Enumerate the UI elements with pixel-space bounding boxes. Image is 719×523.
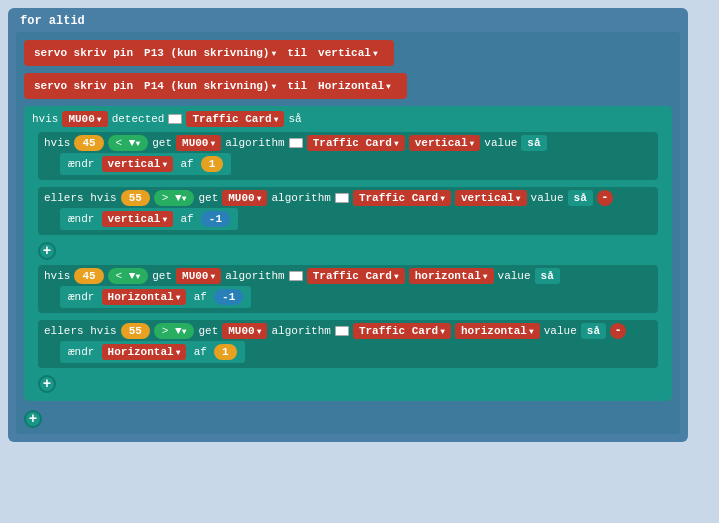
ellers-hvis2-sa: så	[581, 323, 606, 339]
ellers-hvis2-value: value	[544, 325, 577, 337]
aendr4-row: ændr Horizontal af 1	[60, 339, 652, 365]
if1-op[interactable]: < ▼	[108, 135, 149, 151]
aendr2-block: ændr vertical af -1	[60, 208, 238, 230]
if2-card-dropdown[interactable]: Traffic Card	[307, 268, 405, 284]
if-block2-outer: hvis 45 < ▼ get MU00 algorithm Traffic C…	[38, 265, 658, 313]
add-btn-2[interactable]: +	[38, 375, 56, 393]
ellers-hvis2-card[interactable]: Traffic Card	[353, 323, 451, 339]
hvis1-content: hvis 45 < ▼ get MU00 algorithm Traffic C…	[32, 127, 664, 396]
ellers-hvis2-get: get	[198, 325, 218, 337]
if1-card-dropdown[interactable]: Traffic Card	[307, 135, 405, 151]
aendr3-row: ændr Horizontal af -1	[60, 284, 652, 310]
hvis1-mu-dropdown[interactable]: MU00	[62, 111, 107, 127]
workspace: for altid servo skriv pin P13 (kun skriv…	[0, 0, 719, 450]
if2-value: value	[498, 270, 531, 282]
aendr2-axis-dropdown[interactable]: vertical	[102, 211, 174, 227]
add-btn-outer[interactable]: +	[24, 410, 42, 428]
ellers-hvis1-card[interactable]: Traffic Card	[353, 190, 451, 206]
add-btn-1[interactable]: +	[38, 242, 56, 260]
ellers-hvis1-axis[interactable]: vertical	[455, 190, 527, 206]
ellers-hvis1-algorithm: algorithm	[271, 192, 330, 204]
for-altid-label: for altid	[16, 12, 680, 32]
servo2-row: servo skriv pin P14 (kun skrivning) til …	[24, 73, 672, 99]
ellers-hvis2-axis[interactable]: horizontal	[455, 323, 540, 339]
ellers-hvis1-minus[interactable]: -	[597, 190, 613, 206]
hvis1-card-dropdown[interactable]: Traffic Card	[186, 111, 284, 127]
aendr2-label: ændr	[68, 213, 94, 225]
if2-label: hvis	[44, 270, 70, 282]
traffic-card-icon1	[168, 114, 182, 124]
servo1-label: servo skriv pin	[34, 47, 133, 59]
hvis1-sa: så	[288, 113, 301, 125]
ellers-hvis2-algorithm: algorithm	[271, 325, 330, 337]
servo1-til: til	[287, 47, 307, 59]
servo1-axis-dropdown[interactable]: vertical	[312, 45, 384, 61]
servo1-row: servo skriv pin P13 (kun skrivning) til …	[24, 40, 672, 66]
ellers-hvis1-op[interactable]: > ▼	[154, 190, 195, 206]
ellers-hvis1-mu[interactable]: MU00	[222, 190, 267, 206]
ellers-hvis1-value: value	[531, 192, 564, 204]
if-block1-row: hvis 45 < ▼ get MU00 algorithm Traffic C…	[44, 135, 652, 151]
ellers-hvis1-outer: ellers hvis 55 > ▼ get MU00 algorithm Tr…	[38, 187, 658, 235]
if2-algorithm: algorithm	[225, 270, 284, 282]
aendr4-label: ændr	[68, 346, 94, 358]
traffic-card-icon3	[335, 193, 349, 203]
ellers-hvis2-row: ellers hvis 55 > ▼ get MU00 algorithm Tr…	[44, 323, 652, 339]
servo2-block: servo skriv pin P14 (kun skrivning) til …	[24, 73, 407, 99]
traffic-card-icon2	[289, 138, 303, 148]
if1-mu-dropdown[interactable]: MU00	[176, 135, 221, 151]
aendr3-af: af	[194, 291, 207, 303]
ellers-hvis1-sa: så	[568, 190, 593, 206]
traffic-card-icon4	[289, 271, 303, 281]
aendr4-val: 1	[214, 344, 237, 360]
aendr1-axis-dropdown[interactable]: vertical	[102, 156, 174, 172]
hvis1-block: hvis MU00 detected Traffic Card så hvis …	[24, 106, 672, 401]
if1-get: get	[152, 137, 172, 149]
servo2-axis-dropdown[interactable]: Horizontal	[312, 78, 397, 94]
if2-num: 45	[74, 268, 103, 284]
aendr2-row: ændr vertical af -1	[60, 206, 652, 232]
hvis1-label: hvis	[32, 113, 58, 125]
servo2-til: til	[287, 80, 307, 92]
ellers-hvis2-outer: ellers hvis 55 > ▼ get MU00 algorithm Tr…	[38, 320, 658, 368]
aendr2-val: -1	[201, 211, 230, 227]
ellers-hvis2-label: ellers hvis	[44, 325, 117, 337]
aendr1-label: ændr	[68, 158, 94, 170]
for-altid-block: for altid servo skriv pin P13 (kun skriv…	[8, 8, 688, 442]
if-block2-row: hvis 45 < ▼ get MU00 algorithm Traffic C…	[44, 268, 652, 284]
traffic-card-icon5	[335, 326, 349, 336]
if2-axis-dropdown[interactable]: horizontal	[409, 268, 494, 284]
if2-sa: så	[535, 268, 560, 284]
aendr3-block: ændr Horizontal af -1	[60, 286, 251, 308]
aendr4-af: af	[194, 346, 207, 358]
if1-axis-dropdown[interactable]: vertical	[409, 135, 481, 151]
ellers-hvis1-label: ellers hvis	[44, 192, 117, 204]
if2-op[interactable]: < ▼	[108, 268, 149, 284]
aendr1-row: ændr vertical af 1	[60, 151, 652, 177]
aendr4-block: ændr Horizontal af 1	[60, 341, 245, 363]
ellers-hvis2-minus[interactable]: -	[610, 323, 626, 339]
if-block1-outer: hvis 45 < ▼ get MU00 algorithm Traffic C…	[38, 132, 658, 180]
aendr3-label: ændr	[68, 291, 94, 303]
servo1-block: servo skriv pin P13 (kun skrivning) til …	[24, 40, 394, 66]
if2-mu-dropdown[interactable]: MU00	[176, 268, 221, 284]
ellers-hvis1-get: get	[198, 192, 218, 204]
servo1-pin-dropdown[interactable]: P13 (kun skrivning)	[138, 45, 282, 61]
if1-num: 45	[74, 135, 103, 151]
hvis1-detected: detected	[112, 113, 165, 125]
ellers-hvis2-mu[interactable]: MU00	[222, 323, 267, 339]
if1-algorithm: algorithm	[225, 137, 284, 149]
if1-value: value	[484, 137, 517, 149]
block-container: servo skriv pin P13 (kun skrivning) til …	[16, 32, 680, 434]
aendr1-af: af	[180, 158, 193, 170]
ellers-hvis2-num: 55	[121, 323, 150, 339]
aendr4-axis-dropdown[interactable]: Horizontal	[102, 344, 187, 360]
servo2-pin-dropdown[interactable]: P14 (kun skrivning)	[138, 78, 282, 94]
hvis1-row: hvis MU00 detected Traffic Card så	[32, 111, 664, 127]
if1-label: hvis	[44, 137, 70, 149]
if2-get: get	[152, 270, 172, 282]
ellers-hvis2-op[interactable]: > ▼	[154, 323, 195, 339]
aendr3-axis-dropdown[interactable]: Horizontal	[102, 289, 187, 305]
aendr3-val: -1	[214, 289, 243, 305]
servo2-label: servo skriv pin	[34, 80, 133, 92]
